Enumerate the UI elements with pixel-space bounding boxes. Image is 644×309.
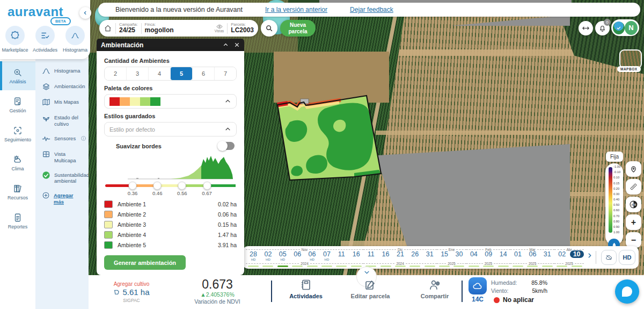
sidebar-item-analisis[interactable]: Análisis: [0, 61, 35, 90]
legend-swatch: [104, 231, 113, 239]
weather-widget[interactable]: 14C: [469, 277, 487, 303]
timeline-date-8[interactable]: 11: [363, 250, 378, 258]
action-actividades[interactable]: Actividades: [279, 278, 333, 299]
tool-item-estado-del-cultivo[interactable]: Estado del cultivo: [42, 113, 89, 127]
quantity-option-6[interactable]: 6: [192, 67, 214, 80]
parcel-selector[interactable]: Parcela: LC2003: [231, 23, 254, 34]
timeline-date-17[interactable]: 14: [496, 250, 511, 258]
quick-action-actividades[interactable]: Actividades: [31, 26, 60, 53]
quick-action-marketplace[interactable]: Marketplace: [1, 26, 30, 53]
slider-handle-3[interactable]: [178, 182, 186, 190]
views-button[interactable]: Vistas: [215, 24, 224, 33]
new-parcel-button[interactable]: Nueva parcela: [280, 20, 316, 37]
styles-dropdown[interactable]: Estilo por defecto: [104, 122, 237, 136]
close-panel-icon[interactable]: [234, 42, 240, 48]
quantity-option-2[interactable]: 2: [105, 67, 126, 80]
timeline-date-15[interactable]: 04: [466, 250, 481, 258]
quick-action-histograma[interactable]: Histograma: [61, 26, 90, 53]
tool-item-mis-mapas[interactable]: Mis Mapas: [42, 98, 89, 106]
info-icon[interactable]: [80, 135, 86, 141]
timeline-date-6[interactable]: 11: [334, 250, 349, 258]
user-menu[interactable]: N: [611, 19, 639, 36]
tool-item-vista-multicapa[interactable]: Vista Multicapa: [42, 150, 89, 164]
tool-item-ambientacion[interactable]: Ambientación: [42, 82, 89, 91]
timeline-date-0[interactable]: 28 HD: [246, 250, 261, 261]
zoom-out-button[interactable]: −: [626, 232, 641, 248]
timeline-date-3[interactable]: 06: [290, 250, 305, 258]
quantity-option-3[interactable]: 3: [126, 67, 148, 80]
sidebar-item-reportes[interactable]: Reportes: [0, 206, 35, 235]
previous-version-link[interactable]: Ir a la versión anterior: [265, 6, 327, 13]
quantity-option-7[interactable]: 7: [214, 67, 236, 80]
timeline-date-21[interactable]: 02: [554, 250, 569, 258]
quantity-option-4[interactable]: 4: [148, 67, 170, 80]
timeline-date-2[interactable]: 05 HD: [275, 250, 290, 261]
sidebar-item-recursos[interactable]: Recursos: [0, 177, 35, 206]
timeline-date-16[interactable]: 09: [481, 250, 496, 258]
compare-ab-button[interactable]: AB: [626, 197, 641, 212]
campaign-selector[interactable]: Campaña: 24/25: [119, 23, 138, 34]
palette-dropdown[interactable]: [104, 94, 237, 109]
slider-handle-1[interactable]: [129, 182, 137, 190]
feedback-link[interactable]: Dejar feedback: [350, 6, 393, 13]
curve-icon: [65, 26, 85, 45]
timeline-next-button[interactable]: [586, 252, 593, 259]
app-root: auravant BETA Marketplace Actividades Hi…: [0, 0, 644, 309]
notifications-button[interactable]: 0: [595, 21, 610, 35]
timeline-date-7[interactable]: 16: [349, 250, 364, 258]
slider-segment-5: [207, 184, 236, 187]
timeline-availability-bar: [336, 265, 347, 267]
tool-item-sustentabilidad-ambiental[interactable]: Sustentabilidad ambiental: [42, 171, 89, 185]
timeline-date-13[interactable]: 15: [437, 250, 452, 258]
timeline-date-12[interactable]: 31: [422, 250, 437, 258]
tool-item-histograma[interactable]: Histograma: [42, 67, 89, 75]
curve-icon: [42, 67, 50, 75]
panel-header[interactable]: Ambientación: [97, 39, 244, 51]
chevron-up-icon: [224, 98, 231, 105]
home-icon[interactable]: [104, 24, 112, 33]
zoom-in-button[interactable]: +: [626, 214, 641, 230]
sidebar-item-clima[interactable]: Clima: [0, 148, 35, 177]
chat-bubble-button[interactable]: [615, 279, 639, 304]
timeline-date-10[interactable]: 21: [393, 250, 408, 258]
cloud-filter-button[interactable]: [601, 250, 617, 265]
timeline-date-22[interactable]: 10: [569, 250, 584, 258]
plant-icon: [42, 113, 50, 122]
quantity-option-5[interactable]: 5: [170, 67, 192, 80]
farm-selector[interactable]: Finca: mogollon: [145, 23, 174, 34]
search-button[interactable]: [261, 20, 277, 37]
timeline-date-20[interactable]: 31: [540, 250, 555, 258]
timeline-date-11[interactable]: 26: [407, 250, 422, 258]
edit-icon: [364, 278, 377, 291]
smooth-borders-toggle[interactable]: [218, 142, 235, 150]
sidebar-item-seguimiento[interactable]: Seguimiento: [0, 119, 35, 148]
collapse-sidebar-button[interactable]: [79, 7, 91, 19]
timeline-date-9[interactable]: 16: [378, 250, 393, 258]
timeline-date-4[interactable]: 06 HD: [305, 250, 320, 261]
collapse-panel-icon[interactable]: [223, 42, 229, 48]
action-editar-parcela[interactable]: Editar parcela: [343, 278, 397, 299]
action-compartir[interactable]: Compartir: [408, 278, 462, 299]
measure-button[interactable]: [626, 179, 641, 195]
timeline-year-2025: 2025: [466, 262, 510, 265]
parcel-polygon-lc2003[interactable]: [274, 92, 384, 183]
hd-toggle-button[interactable]: HD: [619, 250, 635, 265]
timeline-date-5[interactable]: 07 HD: [319, 250, 334, 261]
timeline-date-1[interactable]: 02 HD: [260, 250, 275, 261]
generate-ambientation-button[interactable]: Generar ambientación: [104, 255, 186, 270]
location-selector[interactable]: Campaña: 24/25 Finca: mogollon Vistas Pa…: [99, 20, 258, 37]
tool-item-agregar-mas[interactable]: Agregar más: [42, 191, 89, 205]
slider-handle-2[interactable]: [153, 182, 162, 190]
locate-button[interactable]: [626, 161, 641, 177]
sidebar-item-gestion[interactable]: Gestión: [0, 90, 35, 119]
add-crop-link[interactable]: Agregar cultivo: [114, 281, 150, 287]
fixed-scale-button[interactable]: Fija: [606, 152, 623, 162]
timeline-date-19[interactable]: 06: [525, 250, 540, 258]
timeline-availability-bar: [439, 265, 450, 267]
timeline-date-14[interactable]: 30: [451, 250, 466, 258]
tool-item-sensores[interactable]: Sensores: [42, 134, 89, 143]
palette-swatch-4: [140, 97, 150, 106]
timeline-date-18[interactable]: 01: [510, 250, 525, 258]
slider-handle-4[interactable]: [203, 182, 211, 190]
compare-arrows-button[interactable]: [579, 21, 593, 35]
